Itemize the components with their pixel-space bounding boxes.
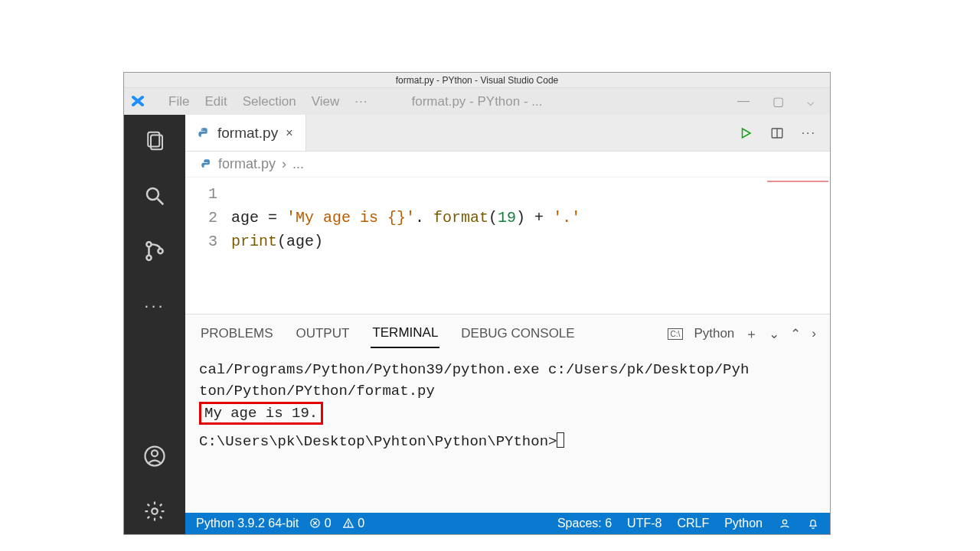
settings-gear-icon[interactable] [142, 499, 167, 523]
status-eol[interactable]: CRLF [677, 517, 709, 530]
vscode-logo-icon [130, 92, 153, 111]
tab-filename: format.py [217, 125, 278, 142]
svg-point-8 [152, 450, 158, 456]
code-line-3 [231, 256, 240, 274]
status-interpreter[interactable]: Python 3.9.2 64-bit [196, 517, 299, 530]
status-errors[interactable]: 0 [309, 517, 331, 530]
bottom-panel: PROBLEMS OUTPUT TERMINAL DEBUG CONSOLE C… [185, 314, 830, 513]
svg-line-3 [158, 199, 164, 205]
editor-more-icon[interactable]: ··· [802, 126, 816, 140]
panel-tab-terminal[interactable]: TERMINAL [371, 319, 439, 348]
terminal-line: ton/Python/PYthon/format.py [199, 380, 816, 402]
terminal-shell-icon: C:\ [668, 328, 684, 340]
more-icon[interactable]: ··· [142, 294, 167, 318]
terminal-output-highlighted: My age is 19. [199, 402, 323, 425]
terminal-shell-label[interactable]: Python [694, 326, 734, 341]
code-editor[interactable]: 1 2 3 age = 'My age is {}'. format(19) +… [185, 178, 830, 314]
editor-tabs: format.py × ··· [185, 115, 830, 152]
status-bar: Python 3.9.2 64-bit 0 0 Spaces: 6 UTF-8 … [185, 513, 830, 534]
window-title: format.py - PYthon - Visual Studio Code [124, 73, 830, 88]
status-encoding[interactable]: UTF-8 [627, 517, 662, 530]
tab-close-icon[interactable]: × [286, 126, 292, 140]
svg-point-18 [348, 526, 348, 527]
window-maximize-icon[interactable]: ▢ [773, 94, 784, 109]
breadcrumb[interactable]: format.py › ... [185, 152, 830, 178]
code-line-2: print(age) [231, 233, 323, 250]
tab-format-py[interactable]: format.py × [185, 115, 306, 151]
svg-point-4 [146, 242, 151, 246]
svg-point-6 [158, 249, 162, 253]
minimap[interactable] [767, 181, 828, 193]
line-number-gutter: 1 2 3 [185, 182, 231, 314]
vscode-window: format.py - PYthon - Visual Studio Code … [123, 72, 831, 535]
status-warnings[interactable]: 0 [342, 517, 364, 530]
breadcrumb-separator: › [282, 156, 286, 172]
svg-point-19 [782, 520, 786, 523]
svg-point-2 [147, 188, 158, 200]
code-content[interactable]: age = 'My age is {}'. format(19) + '.' p… [231, 182, 830, 314]
panel-tab-debug[interactable]: DEBUG CONSOLE [459, 320, 576, 347]
menu-edit[interactable]: Edit [204, 94, 227, 109]
svg-point-10 [201, 129, 202, 129]
breadcrumb-more: ... [292, 156, 304, 172]
menu-bar: File Edit Selection View ··· format.py -… [124, 88, 830, 115]
terminal-line: cal/Programs/Python/Python39/python.exe … [199, 359, 816, 380]
python-file-icon [198, 127, 210, 139]
breadcrumb-file: format.py [218, 156, 276, 172]
terminal[interactable]: cal/Programs/Python/Python39/python.exe … [185, 348, 830, 513]
svg-point-9 [152, 508, 158, 514]
split-editor-icon[interactable] [769, 126, 785, 140]
status-spaces[interactable]: Spaces: 6 [557, 517, 612, 530]
activity-bar: ··· [124, 115, 185, 534]
status-language[interactable]: Python [724, 517, 763, 530]
window-close-icon[interactable]: ⌵ [807, 94, 815, 109]
terminal-prompt: C:\Users\pk\Desktop\Pyhton\Python\PYthon… [199, 431, 816, 452]
status-feedback-icon[interactable] [778, 517, 792, 530]
status-bell-icon[interactable] [807, 517, 819, 530]
panel-tab-output[interactable]: OUTPUT [294, 320, 351, 347]
source-control-icon[interactable] [142, 239, 167, 263]
menu-more[interactable]: ··· [354, 94, 368, 109]
svg-marker-11 [742, 129, 750, 138]
svg-point-5 [146, 256, 151, 260]
search-icon[interactable] [142, 184, 167, 208]
panel-tab-problems[interactable]: PROBLEMS [199, 320, 274, 347]
menu-view[interactable]: View [312, 94, 340, 109]
menu-file[interactable]: File [168, 94, 189, 109]
terminal-new-icon[interactable]: ＋ [745, 325, 758, 343]
explorer-icon[interactable] [142, 129, 167, 153]
account-icon[interactable] [142, 444, 167, 468]
terminal-maximize-icon[interactable]: ⌃ [790, 326, 801, 342]
code-line-1: age = 'My age is {}'. format(19) + '.' [231, 209, 580, 227]
run-icon[interactable] [739, 126, 753, 140]
window-title-truncated: format.py - PYthon - ... [411, 94, 542, 109]
python-file-icon [201, 158, 212, 170]
window-minimize-icon[interactable]: — [737, 94, 750, 109]
terminal-cursor [557, 432, 564, 448]
terminal-dropdown-icon[interactable]: ⌄ [769, 326, 779, 342]
menu-selection[interactable]: Selection [243, 94, 296, 109]
terminal-close-icon[interactable]: › [812, 326, 816, 341]
